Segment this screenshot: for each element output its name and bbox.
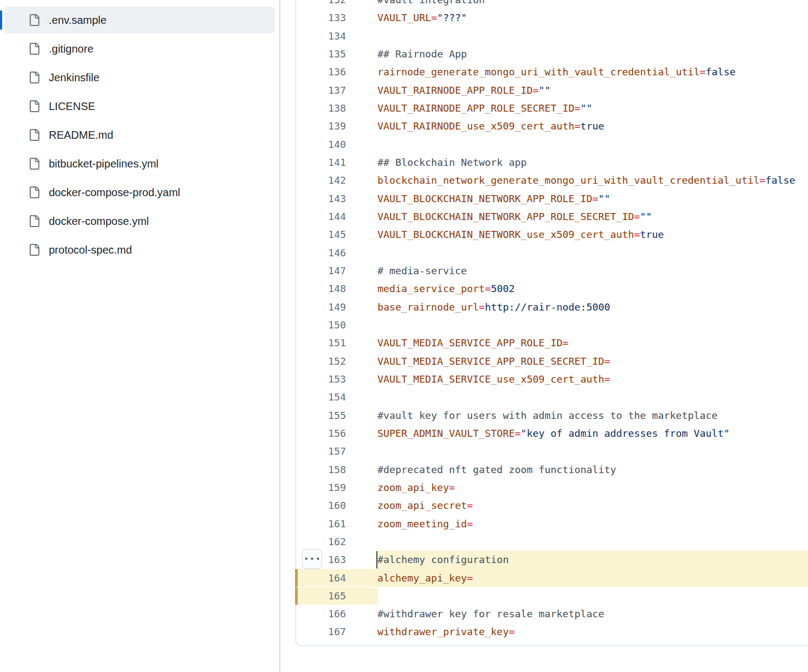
code-token-value: true: [640, 229, 664, 240]
code-row: 149base_rairnode_url=http://rair-node:50…: [296, 298, 808, 316]
file-tree-item[interactable]: .env.sample: [4, 7, 275, 34]
code-token-op: =: [449, 482, 455, 493]
line-number[interactable]: 142: [296, 171, 346, 189]
file-name-label: Jenkinsfile: [49, 72, 99, 84]
code-token-name: VAULT_BLOCKCHAIN_NETWORK_use_x509_cert_a…: [377, 229, 634, 240]
code-token-comment: ## Rairnode App: [377, 48, 467, 60]
file-name-label: docker-compose.yml: [49, 215, 149, 228]
file-tree: .env.sample .gitignore Jenkinsfile LICEN…: [0, 0, 279, 263]
line-number[interactable]: 160: [296, 496, 346, 514]
line-number[interactable]: 167: [296, 623, 346, 641]
code-line-content: media_service_port=5002: [377, 280, 808, 298]
code-token-name: VAULT_RAIRNODE_APP_ROLE_SECRET_ID: [377, 102, 574, 114]
line-number[interactable]: 154: [296, 388, 346, 406]
line-number[interactable]: 165: [296, 587, 346, 605]
line-number[interactable]: 139: [296, 117, 346, 135]
code-token-value: "key of admin addresses from Vault": [521, 428, 729, 439]
file-icon: [28, 158, 40, 170]
line-number[interactable]: 156: [296, 424, 346, 442]
code-token-name: withdrawer_private_key: [377, 626, 509, 637]
line-number[interactable]: 137: [296, 81, 346, 99]
code-row: 167withdrawer_private_key=: [296, 623, 808, 641]
code-row: 161zoom_meeting_id=: [296, 515, 808, 533]
line-number[interactable]: 155: [296, 406, 346, 424]
line-number[interactable]: 162: [296, 533, 346, 551]
code-line-content: VAULT_RAIRNODE_use_x509_cert_auth=true: [377, 117, 808, 135]
code-panel: 132#vault integration133VAULT_URL="???"1…: [296, 0, 808, 646]
file-name-label: .env.sample: [49, 14, 106, 27]
code-line-content: zoom_meeting_id=: [377, 515, 808, 533]
line-number[interactable]: 158: [296, 461, 346, 479]
line-number[interactable]: 138: [296, 99, 346, 117]
kebab-horizontal-icon: •••: [304, 555, 322, 563]
line-number[interactable]: 136: [296, 63, 346, 81]
code-row: 141## Blockchain Network app: [296, 153, 808, 171]
code-token-name: base_rairnode_url: [377, 301, 479, 313]
line-range-menu-button[interactable]: •••: [302, 549, 322, 569]
line-number[interactable]: 157: [296, 442, 346, 460]
file-name-label: .gitignore: [49, 43, 93, 55]
line-number[interactable]: 150: [296, 316, 346, 334]
line-number[interactable]: 143: [296, 190, 346, 208]
line-number[interactable]: 140: [296, 135, 346, 153]
file-tree-item[interactable]: docker-compose.yml: [4, 208, 275, 235]
line-number[interactable]: 152: [296, 352, 346, 370]
code-token-op: =: [592, 193, 598, 204]
file-tree-item[interactable]: .gitignore: [4, 35, 275, 62]
code-token-name: SUPER_ADMIN_VAULT_STORE: [377, 428, 515, 439]
line-number[interactable]: 148: [296, 280, 346, 298]
code-token-name: zoom_api_key: [377, 482, 449, 493]
line-number[interactable]: 135: [296, 45, 346, 63]
file-tree-item[interactable]: docker-compose-prod.yaml: [4, 179, 275, 206]
code-line-content: #withdrawer key for resale marketplace: [377, 605, 808, 623]
line-number[interactable]: 161: [296, 515, 346, 533]
code-line-content: withdrawer_private_key=: [377, 623, 808, 641]
sidebar-divider: [279, 0, 280, 672]
line-number[interactable]: 164: [296, 569, 346, 587]
code-token-name: VAULT_RAIRNODE_APP_ROLE_ID: [377, 85, 533, 96]
line-number[interactable]: 153: [296, 370, 346, 388]
code-line-content: zoom_api_secret=: [377, 496, 808, 514]
code-row: 155#vault key for users with admin acces…: [296, 406, 808, 424]
code-token-name: VAULT_MEDIA_SERVICE_APP_ROLE_ID: [377, 337, 562, 348]
code-row: 156SUPER_ADMIN_VAULT_STORE="key of admin…: [296, 424, 808, 442]
file-tree-item[interactable]: LICENSE: [4, 93, 275, 120]
code-token-op: =: [759, 175, 765, 186]
code-line-content: #vault integration: [377, 0, 808, 9]
file-icon: [28, 215, 40, 227]
code-row: 164alchemy_api_key=: [296, 569, 808, 587]
code-line-content: #vault key for users with admin access t…: [377, 406, 808, 424]
file-icon: [28, 43, 40, 55]
line-number[interactable]: 146: [296, 244, 346, 262]
code-line-content: ## Blockchain Network app: [377, 153, 808, 171]
line-number[interactable]: 133: [296, 9, 346, 27]
line-number[interactable]: 159: [296, 479, 346, 496]
line-number[interactable]: 141: [296, 153, 346, 171]
code-line-content: rairnode_generate_mongo_uri_with_vault_c…: [377, 63, 808, 81]
page: { "colors": { "accent_blue": "#0969da", …: [0, 0, 808, 672]
code-row: 133VAULT_URL="???": [296, 9, 808, 27]
file-tree-item[interactable]: protocol-spec.md: [4, 236, 275, 263]
line-number[interactable]: 144: [296, 208, 346, 225]
code-token-comment: # media-service: [377, 265, 467, 276]
code-token-comment: #deprecated nft gated zoom functionality: [377, 464, 616, 475]
code-token-value: http://rair-node:5000: [485, 301, 610, 313]
code-row: 150: [296, 316, 808, 334]
line-number[interactable]: 151: [296, 334, 346, 352]
line-number[interactable]: 145: [296, 225, 346, 243]
file-tree-item[interactable]: Jenkinsfile: [4, 64, 275, 91]
line-number[interactable]: 166: [296, 605, 346, 623]
file-icon: [28, 186, 40, 198]
code-token-value: "": [640, 211, 652, 222]
line-number[interactable]: 132: [296, 0, 346, 9]
code-row: 146: [296, 244, 808, 262]
file-tree-item[interactable]: README.md: [4, 121, 275, 148]
code-token-name: VAULT_BLOCKCHAIN_NETWORK_APP_ROLE_ID: [377, 193, 592, 204]
line-number[interactable]: 134: [296, 27, 346, 45]
line-number[interactable]: 149: [296, 298, 346, 316]
code-line-content: VAULT_RAIRNODE_APP_ROLE_SECRET_ID="": [377, 99, 808, 117]
code-row: 148media_service_port=5002: [296, 280, 808, 298]
code-token-op: =: [515, 428, 521, 439]
file-tree-item[interactable]: bitbucket-pipelines.yml: [4, 150, 275, 177]
line-number[interactable]: 147: [296, 262, 346, 280]
